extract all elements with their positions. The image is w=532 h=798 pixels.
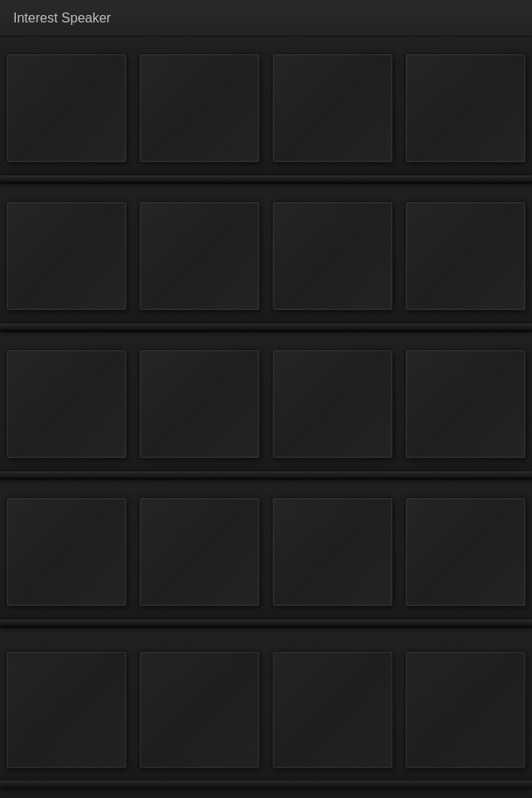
book-slot-5-3[interactable] — [273, 652, 392, 768]
book-grid-4 — [0, 480, 532, 626]
book-slot-4-4[interactable] — [406, 498, 525, 606]
app-title: Interest Speaker — [13, 11, 111, 26]
app: Interest Speaker — [0, 0, 532, 798]
book-slot-3-1[interactable] — [7, 350, 126, 458]
book-slot-3-2[interactable] — [140, 350, 259, 458]
shelf-row-3 — [0, 332, 532, 478]
book-slot-1-2[interactable] — [140, 54, 259, 162]
shelf-ledge-2 — [0, 323, 532, 330]
book-slot-4-1[interactable] — [7, 498, 126, 606]
shelf-row-5 — [0, 628, 532, 787]
shelf-bg-1 — [0, 37, 532, 182]
shelf-bg-3 — [0, 332, 532, 478]
shelf-row-4 — [0, 480, 532, 626]
book-grid-2 — [0, 185, 532, 330]
book-slot-5-1[interactable] — [7, 652, 126, 768]
book-grid-3 — [0, 332, 532, 478]
shelf-ledge-1 — [0, 175, 532, 182]
book-slot-1-3[interactable] — [273, 54, 392, 162]
book-slot-5-2[interactable] — [140, 652, 259, 768]
book-slot-1-4[interactable] — [406, 54, 525, 162]
book-slot-2-3[interactable] — [273, 202, 392, 310]
book-slot-3-4[interactable] — [406, 350, 525, 458]
app-header: Interest Speaker — [0, 0, 532, 37]
shelf-ledge-3 — [0, 471, 532, 478]
shelf-ledge-4 — [0, 619, 532, 626]
book-slot-4-3[interactable] — [273, 498, 392, 606]
shelf-bg-4 — [0, 480, 532, 626]
shelf-ledge-5 — [0, 781, 532, 787]
shelf-row-2 — [0, 185, 532, 330]
book-grid-5 — [0, 628, 532, 787]
shelf-row-1 — [0, 37, 532, 182]
book-slot-2-2[interactable] — [140, 202, 259, 310]
book-grid-1 — [0, 37, 532, 182]
book-slot-3-3[interactable] — [273, 350, 392, 458]
shelf-bg-5 — [0, 628, 532, 787]
book-slot-5-4[interactable] — [406, 652, 525, 768]
book-slot-2-4[interactable] — [406, 202, 525, 310]
book-slot-2-1[interactable] — [7, 202, 126, 310]
shelf-bg-2 — [0, 185, 532, 330]
book-slot-1-1[interactable] — [7, 54, 126, 162]
book-slot-4-2[interactable] — [140, 498, 259, 606]
